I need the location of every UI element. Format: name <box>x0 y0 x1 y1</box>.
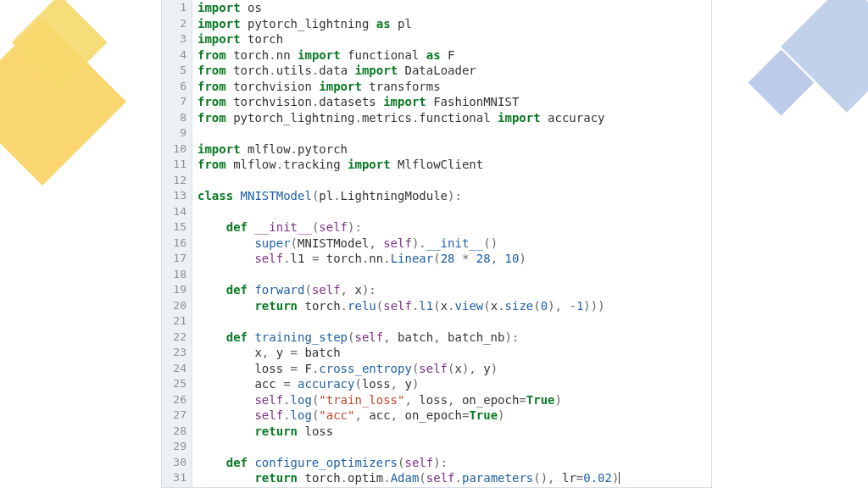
code-token: forward <box>254 283 304 297</box>
code-line[interactable]: return loss <box>198 424 711 440</box>
code-line[interactable]: loss = F.cross_entropy(self(x), y) <box>198 361 711 377</box>
code-token: return <box>254 471 304 485</box>
code-token: def <box>226 283 255 297</box>
code-token: = <box>283 377 298 391</box>
code-token: True <box>526 393 555 407</box>
code-token <box>198 471 254 485</box>
code-token: class <box>198 189 241 202</box>
code-token: ): <box>433 456 448 469</box>
code-token: ( <box>533 299 540 313</box>
code-token: Linear <box>391 252 434 265</box>
line-number: 18 <box>162 267 192 283</box>
code-line[interactable]: import os <box>198 0 711 16</box>
code-line[interactable]: from mlflow.tracking import MlflowClient <box>198 157 711 173</box>
code-line[interactable]: from torch.utils.data import DataLoader <box>198 63 711 79</box>
code-line[interactable]: def forward(self, x): <box>198 282 711 298</box>
code-token: ( <box>291 236 298 250</box>
code-line[interactable]: return torch.optim.Adam(self.parameters(… <box>198 470 711 486</box>
code-token: , <box>448 393 462 407</box>
code-token: training_step <box>254 330 348 344</box>
code-line[interactable]: acc = accuracy(loss, y) <box>198 376 711 392</box>
code-token: ) <box>491 362 498 375</box>
code-token: = <box>291 362 305 375</box>
code-token: ( <box>304 283 311 297</box>
code-line[interactable]: x, y = batch <box>198 345 711 361</box>
code-line[interactable]: return torch.relu(self.l1(x.view(x.size(… <box>198 298 711 314</box>
code-token: self <box>254 252 283 265</box>
code-editor[interactable]: 1234567891011121314151617181920212223242… <box>161 0 712 488</box>
code-token: accuracy <box>548 111 604 125</box>
code-token: 28 <box>476 252 491 265</box>
code-token: self <box>383 236 412 250</box>
code-token: , <box>262 346 276 359</box>
code-area[interactable]: import osimport pytorch_lightning as pli… <box>192 0 711 487</box>
code-line[interactable]: from torchvision.datasets import Fashion… <box>198 94 711 110</box>
code-line[interactable] <box>198 439 711 455</box>
code-token: torch <box>233 64 269 77</box>
line-number: 14 <box>162 204 192 220</box>
code-line[interactable]: from pytorch_lightning.metrics.functiona… <box>198 110 711 126</box>
code-line[interactable]: self.log("acc", acc, on_epoch=True) <box>198 408 711 424</box>
line-number: 9 <box>162 125 192 141</box>
code-token: * <box>455 252 476 265</box>
code-token: utils <box>276 64 312 77</box>
line-number: 6 <box>162 79 192 95</box>
code-token: metrics <box>362 111 412 125</box>
code-token: ( <box>483 299 490 313</box>
code-token: optim <box>348 471 383 485</box>
code-line[interactable]: def configure_optimizers(self): <box>198 455 711 471</box>
code-line[interactable]: def training_step(self, batch, batch_nb)… <box>198 330 711 346</box>
code-line[interactable] <box>198 173 711 189</box>
code-line[interactable]: super(MNISTModel, self).__init__() <box>198 236 711 252</box>
code-line[interactable]: self.log("train_loss", loss, on_epoch=Tr… <box>198 392 711 408</box>
code-token: loss <box>198 362 291 375</box>
code-token: datasets <box>319 95 383 108</box>
code-token: from <box>198 80 233 93</box>
code-line[interactable]: import mlflow.pytorch <box>198 141 711 158</box>
code-token: pytorch_lightning <box>248 17 376 30</box>
code-token: , <box>391 408 405 422</box>
code-token: x <box>198 346 262 359</box>
line-number: 2 <box>162 16 192 32</box>
line-number: 12 <box>162 173 192 189</box>
code-token: from <box>198 48 233 62</box>
code-token: batch <box>398 330 433 344</box>
code-token: ): <box>362 283 376 297</box>
code-token: os <box>248 1 262 14</box>
code-token: import <box>383 95 433 108</box>
code-line[interactable] <box>198 125 711 141</box>
code-token: y <box>276 346 291 359</box>
code-line[interactable]: import torch <box>198 31 711 47</box>
line-number: 7 <box>162 94 192 110</box>
code-token <box>198 252 254 265</box>
line-number: 16 <box>162 236 192 252</box>
line-number: 1 <box>162 0 192 16</box>
code-token <box>198 393 254 407</box>
code-token: self <box>254 408 283 422</box>
code-token: . <box>383 471 390 485</box>
code-line[interactable] <box>198 313 711 330</box>
code-token: self <box>254 393 283 407</box>
code-token: torch <box>304 471 340 485</box>
code-token: DataLoader <box>405 64 476 77</box>
code-line[interactable]: def __init__(self): <box>198 219 711 236</box>
code-token: - <box>569 299 576 313</box>
code-line[interactable]: from torchvision import transforms <box>198 79 711 95</box>
code-token: configure_optimizers <box>254 456 398 469</box>
code-token: ( <box>433 252 440 265</box>
code-line[interactable]: self.l1 = torch.nn.Linear(28 * 28, 10) <box>198 251 711 267</box>
code-line[interactable]: from torch.nn import functional as F <box>198 47 711 64</box>
code-line[interactable]: import pytorch_lightning as pl <box>198 16 711 32</box>
code-line[interactable]: class MNISTModel(pl.LightningModule): <box>198 188 711 204</box>
line-number: 30 <box>162 455 192 471</box>
code-token: ) <box>612 471 619 485</box>
code-token: pl <box>319 189 333 202</box>
code-token: return <box>254 299 304 313</box>
code-token: transforms <box>369 80 440 93</box>
line-number: 15 <box>162 219 192 236</box>
code-token: . <box>269 64 275 77</box>
code-line[interactable] <box>198 267 711 283</box>
line-number-gutter: 1234567891011121314151617181920212223242… <box>162 0 192 487</box>
code-line[interactable] <box>198 204 711 220</box>
code-token: . <box>455 471 462 485</box>
